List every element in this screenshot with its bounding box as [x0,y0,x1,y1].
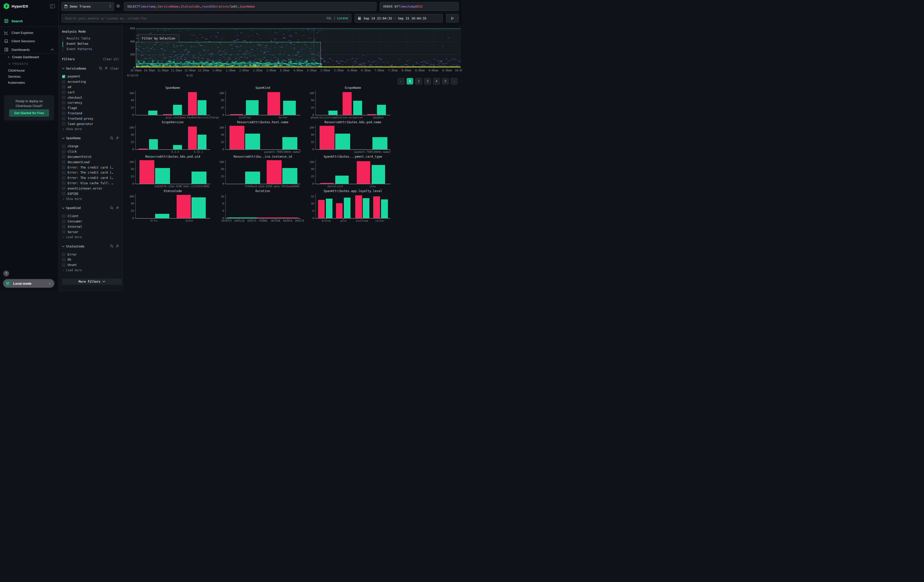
filter-item-change[interactable]: change [62,144,119,149]
filter-by-selection-button[interactable]: Filter by Selection [138,35,179,42]
heatmap-selection-box[interactable] [136,42,321,64]
filter-item-ok[interactable]: Ok [62,257,119,262]
checkbox[interactable] [62,155,65,158]
query-language-toggle[interactable]: SQL | Lucene [327,16,348,20]
sql-option[interactable]: SQL [327,16,332,20]
filter-section-name[interactable]: ServiceName [62,67,97,70]
search-icon[interactable] [110,244,113,249]
filter-item-documentload[interactable]: documentLoad [62,160,119,165]
filter-section-name[interactable]: StatusCode [62,245,108,248]
checkbox[interactable] [62,258,65,261]
analysis-mode-event-deltas[interactable]: Event Deltas [63,41,119,46]
filter-item-unset[interactable]: Unset [62,262,119,268]
checkbox[interactable] [62,192,65,195]
filter-item-frontend[interactable]: frontend [62,111,119,116]
presets-toggle[interactable]: PRESETS [8,62,28,65]
filter-item-internal[interactable]: Internal [62,224,119,229]
filter-item-cart[interactable]: cart [62,89,119,95]
pagination-page-3[interactable]: 3 [424,78,431,84]
filter-item-error-the-credit-card-[interactable]: Error: The credit card (… [62,175,119,181]
more-filters-button[interactable]: More filters [62,279,122,285]
pin-icon[interactable] [116,136,119,141]
filter-item-expire[interactable]: EXPIRE [62,191,119,196]
lucene-option[interactable]: Lucene [337,16,348,20]
pin-icon[interactable] [104,66,108,71]
checkbox[interactable] [62,150,65,153]
filter-item-client[interactable]: Client [62,214,119,219]
filter-item-payment[interactable]: payment [62,74,119,79]
sidebar-item-search[interactable]: Search [0,18,58,24]
filter-item-eventlistener-error[interactable]: eventListener.error [62,186,119,191]
checkbox[interactable] [62,75,65,78]
pagination-next-button[interactable]: › [451,78,457,84]
checkbox[interactable] [62,225,65,228]
get-started-button[interactable]: Get Started for Free [9,109,49,117]
pagination-page-4[interactable]: 4 [433,78,440,84]
search-input[interactable]: Search your events w/ Lucene ex. column:… [61,14,351,23]
checkbox[interactable] [62,214,65,218]
sidebar-item-dashboards[interactable]: Dashboards [0,46,58,53]
checkbox[interactable] [62,220,65,223]
checkbox[interactable] [62,230,65,234]
pagination-page-2[interactable]: 2 [416,78,422,84]
checkbox[interactable] [62,101,65,104]
help-button[interactable]: ? [3,270,9,276]
filter-item-accounting[interactable]: accounting [62,79,119,84]
checkbox[interactable] [62,253,65,256]
sidebar-preset-kubernetes[interactable]: Kubernetes [8,81,25,84]
filter-item-flagd[interactable]: flagd [62,106,119,111]
duration-heatmap[interactable]: Filter by Selection [136,28,460,68]
pagination-prev-button[interactable]: ‹ [398,78,404,84]
checkbox[interactable] [62,112,65,115]
filter-section-name[interactable]: SpanName [62,137,108,140]
checkbox[interactable] [62,145,65,148]
sidebar-item-client-sessions[interactable]: Client Sessions [0,38,58,44]
search-icon[interactable] [110,136,113,141]
filter-item-error[interactable]: Error [62,252,119,257]
date-range-picker[interactable]: Sep 14 22:04:35 - Sep 15 10:04:35 [355,14,443,23]
show-more-link[interactable]: › Show more [63,127,119,131]
checkbox[interactable] [62,122,65,125]
filter-item-error-the-credit-card-[interactable]: Error: The credit card (… [62,170,119,175]
select-clause-input[interactable]: SELECT Timestamp, ServiceName, StatusCod… [124,2,376,11]
checkbox[interactable] [62,96,65,99]
filter-section-name[interactable]: SpanKind [62,206,108,210]
gear-icon[interactable]: ⚙ [116,3,120,8]
checkbox[interactable] [62,85,65,89]
show-more-link[interactable]: › Show more [63,197,119,201]
search-icon[interactable] [110,206,113,211]
checkbox[interactable] [62,181,65,185]
filter-item-server[interactable]: Server [62,229,119,234]
sidebar-preset-clickhouse[interactable]: ClickHouse [8,69,25,73]
filter-item-currency[interactable]: currency [62,100,119,106]
run-query-button[interactable] [446,14,459,23]
checkbox[interactable] [62,107,65,110]
checkbox[interactable] [62,264,65,267]
filter-item-load-generator[interactable]: load-generator [62,121,119,127]
filter-item-frontend-proxy[interactable]: frontend-proxy [62,116,119,121]
checkbox[interactable] [62,171,65,174]
checkbox[interactable] [62,176,65,180]
filter-item-consumer[interactable]: Consumer [62,219,119,224]
create-dashboard-button[interactable]: +Create Dashboard [8,55,39,59]
analysis-mode-results-table[interactable]: Results Table [63,36,119,41]
filter-item-checkout[interactable]: checkout [62,95,119,100]
load-more-link[interactable]: › Load more [63,269,119,272]
analysis-mode-event-patterns[interactable]: Event Patterns [63,46,119,52]
filter-item-error-visa-cache-full-[interactable]: Error: Visa cache full: … [62,181,119,186]
filter-item-error-the-credit-card-[interactable]: Error: The credit card (… [62,165,119,170]
sidebar-preset-services[interactable]: Services [8,75,21,78]
clear-all-filters-button[interactable]: Clear all [103,58,119,61]
checkbox[interactable] [62,160,65,164]
checkbox[interactable] [62,91,65,94]
search-icon[interactable] [99,66,102,71]
checkbox[interactable] [62,187,65,190]
pin-icon[interactable] [116,206,119,211]
source-select[interactable]: Demo Traces [61,2,114,11]
sidebar-item-chart-explorer[interactable]: Chart Explorer [0,30,58,36]
checkbox[interactable] [62,117,65,120]
pagination-page-1[interactable]: 1 [407,78,413,84]
filter-item-documentfetch[interactable]: documentFetch [62,154,119,160]
clear-facet-button[interactable]: Clear [110,67,119,70]
pagination-page-5[interactable]: 5 [442,78,449,84]
